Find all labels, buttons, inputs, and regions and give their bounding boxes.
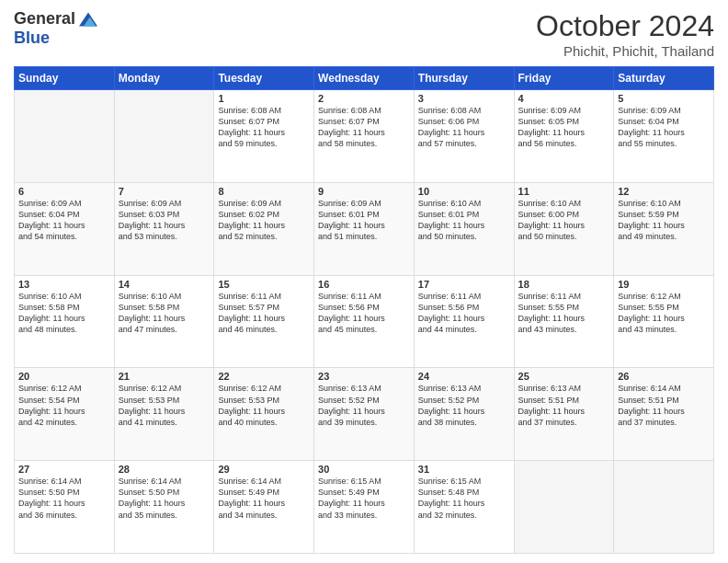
day-number: 21 xyxy=(119,371,210,382)
logo: General Blue xyxy=(14,9,97,48)
cell-content: Sunrise: 6:12 AMSunset: 5:53 PMDaylight:… xyxy=(218,383,310,428)
day-header-tuesday: Tuesday xyxy=(214,67,314,90)
day-number: 20 xyxy=(18,371,110,382)
cell-content: Sunrise: 6:15 AMSunset: 5:48 PMDaylight:… xyxy=(418,476,510,521)
calendar-header-row: SundayMondayTuesdayWednesdayThursdayFrid… xyxy=(15,67,714,90)
calendar-cell: 16Sunrise: 6:11 AMSunset: 5:56 PMDayligh… xyxy=(314,275,415,368)
day-header-friday: Friday xyxy=(514,67,614,90)
cell-content: Sunrise: 6:10 AMSunset: 6:00 PMDaylight:… xyxy=(518,198,610,243)
day-number: 4 xyxy=(518,93,610,104)
day-number: 30 xyxy=(318,464,410,475)
cell-content: Sunrise: 6:14 AMSunset: 5:50 PMDaylight:… xyxy=(18,476,110,521)
cell-content: Sunrise: 6:12 AMSunset: 5:53 PMDaylight:… xyxy=(119,383,210,428)
calendar-cell: 23Sunrise: 6:13 AMSunset: 5:52 PMDayligh… xyxy=(314,368,415,461)
day-header-wednesday: Wednesday xyxy=(314,67,415,90)
day-header-thursday: Thursday xyxy=(414,67,514,90)
logo-blue-text: Blue xyxy=(14,29,50,48)
calendar-cell: 8Sunrise: 6:09 AMSunset: 6:02 PMDaylight… xyxy=(214,182,314,275)
cell-content: Sunrise: 6:10 AMSunset: 5:58 PMDaylight:… xyxy=(119,291,210,336)
calendar-table: SundayMondayTuesdayWednesdayThursdayFrid… xyxy=(14,66,714,554)
calendar-cell: 9Sunrise: 6:09 AMSunset: 6:01 PMDaylight… xyxy=(314,182,415,275)
day-number: 26 xyxy=(618,371,710,382)
day-number: 9 xyxy=(318,186,410,197)
calendar-cell: 4Sunrise: 6:09 AMSunset: 6:05 PMDaylight… xyxy=(514,90,614,183)
cell-content: Sunrise: 6:14 AMSunset: 5:50 PMDaylight:… xyxy=(119,476,210,521)
day-number: 8 xyxy=(218,186,310,197)
day-number: 10 xyxy=(418,186,510,197)
day-number: 1 xyxy=(218,93,310,104)
day-number: 6 xyxy=(18,186,110,197)
calendar-cell: 3Sunrise: 6:08 AMSunset: 6:06 PMDaylight… xyxy=(414,90,514,183)
calendar-cell xyxy=(614,461,714,554)
calendar-cell xyxy=(114,90,214,183)
calendar-cell xyxy=(514,461,614,554)
calendar-week-2: 6Sunrise: 6:09 AMSunset: 6:04 PMDaylight… xyxy=(15,182,714,275)
cell-content: Sunrise: 6:11 AMSunset: 5:57 PMDaylight:… xyxy=(218,291,310,336)
calendar-week-1: 1Sunrise: 6:08 AMSunset: 6:07 PMDaylight… xyxy=(15,90,714,183)
cell-content: Sunrise: 6:08 AMSunset: 6:07 PMDaylight:… xyxy=(318,105,410,150)
day-header-saturday: Saturday xyxy=(614,67,714,90)
cell-content: Sunrise: 6:10 AMSunset: 5:58 PMDaylight:… xyxy=(18,291,110,336)
day-number: 27 xyxy=(18,464,110,475)
cell-content: Sunrise: 6:11 AMSunset: 5:56 PMDaylight:… xyxy=(418,291,510,336)
calendar-cell: 28Sunrise: 6:14 AMSunset: 5:50 PMDayligh… xyxy=(114,461,214,554)
calendar-cell: 18Sunrise: 6:11 AMSunset: 5:55 PMDayligh… xyxy=(514,275,614,368)
cell-content: Sunrise: 6:13 AMSunset: 5:52 PMDaylight:… xyxy=(418,383,510,428)
calendar-cell: 25Sunrise: 6:13 AMSunset: 5:51 PMDayligh… xyxy=(514,368,614,461)
cell-content: Sunrise: 6:13 AMSunset: 5:51 PMDaylight:… xyxy=(518,383,610,428)
calendar-cell: 10Sunrise: 6:10 AMSunset: 6:01 PMDayligh… xyxy=(414,182,514,275)
day-number: 23 xyxy=(318,371,410,382)
day-number: 16 xyxy=(318,279,410,290)
calendar-cell: 19Sunrise: 6:12 AMSunset: 5:55 PMDayligh… xyxy=(614,275,714,368)
day-number: 3 xyxy=(418,93,510,104)
day-number: 22 xyxy=(218,371,310,382)
calendar-cell: 14Sunrise: 6:10 AMSunset: 5:58 PMDayligh… xyxy=(114,275,214,368)
cell-content: Sunrise: 6:08 AMSunset: 6:07 PMDaylight:… xyxy=(218,105,310,150)
cell-content: Sunrise: 6:15 AMSunset: 5:49 PMDaylight:… xyxy=(318,476,410,521)
day-number: 24 xyxy=(418,371,510,382)
day-number: 13 xyxy=(18,279,110,290)
cell-content: Sunrise: 6:11 AMSunset: 5:55 PMDaylight:… xyxy=(518,291,610,336)
day-number: 17 xyxy=(418,279,510,290)
day-number: 28 xyxy=(119,464,210,475)
day-header-monday: Monday xyxy=(114,67,214,90)
cell-content: Sunrise: 6:14 AMSunset: 5:51 PMDaylight:… xyxy=(618,383,710,428)
cell-content: Sunrise: 6:13 AMSunset: 5:52 PMDaylight:… xyxy=(318,383,410,428)
day-number: 5 xyxy=(618,93,710,104)
day-number: 31 xyxy=(418,464,510,475)
calendar-cell: 31Sunrise: 6:15 AMSunset: 5:48 PMDayligh… xyxy=(414,461,514,554)
cell-content: Sunrise: 6:14 AMSunset: 5:49 PMDaylight:… xyxy=(218,476,310,521)
calendar-week-5: 27Sunrise: 6:14 AMSunset: 5:50 PMDayligh… xyxy=(15,461,714,554)
page: General Blue October 2024 Phichit, Phich… xyxy=(0,0,728,563)
day-number: 2 xyxy=(318,93,410,104)
calendar-cell: 6Sunrise: 6:09 AMSunset: 6:04 PMDaylight… xyxy=(15,182,115,275)
calendar-cell: 22Sunrise: 6:12 AMSunset: 5:53 PMDayligh… xyxy=(214,368,314,461)
day-number: 12 xyxy=(618,186,710,197)
cell-content: Sunrise: 6:10 AMSunset: 6:01 PMDaylight:… xyxy=(418,198,510,243)
title-block: October 2024 Phichit, Phichit, Thailand xyxy=(536,9,714,59)
cell-content: Sunrise: 6:09 AMSunset: 6:04 PMDaylight:… xyxy=(18,198,110,243)
calendar-cell: 21Sunrise: 6:12 AMSunset: 5:53 PMDayligh… xyxy=(114,368,214,461)
calendar-cell: 7Sunrise: 6:09 AMSunset: 6:03 PMDaylight… xyxy=(114,182,214,275)
calendar-cell: 2Sunrise: 6:08 AMSunset: 6:07 PMDaylight… xyxy=(314,90,415,183)
calendar-body: 1Sunrise: 6:08 AMSunset: 6:07 PMDaylight… xyxy=(15,90,714,554)
calendar-cell: 30Sunrise: 6:15 AMSunset: 5:49 PMDayligh… xyxy=(314,461,415,554)
calendar-week-3: 13Sunrise: 6:10 AMSunset: 5:58 PMDayligh… xyxy=(15,275,714,368)
cell-content: Sunrise: 6:08 AMSunset: 6:06 PMDaylight:… xyxy=(418,105,510,150)
calendar-week-4: 20Sunrise: 6:12 AMSunset: 5:54 PMDayligh… xyxy=(15,368,714,461)
header: General Blue October 2024 Phichit, Phich… xyxy=(14,9,714,59)
day-number: 19 xyxy=(618,279,710,290)
logo-general-text: General xyxy=(14,9,75,29)
day-header-sunday: Sunday xyxy=(15,67,115,90)
calendar-cell: 20Sunrise: 6:12 AMSunset: 5:54 PMDayligh… xyxy=(15,368,115,461)
calendar-cell: 29Sunrise: 6:14 AMSunset: 5:49 PMDayligh… xyxy=(214,461,314,554)
calendar-cell: 26Sunrise: 6:14 AMSunset: 5:51 PMDayligh… xyxy=(614,368,714,461)
calendar-cell: 11Sunrise: 6:10 AMSunset: 6:00 PMDayligh… xyxy=(514,182,614,275)
calendar-cell: 12Sunrise: 6:10 AMSunset: 5:59 PMDayligh… xyxy=(614,182,714,275)
calendar-cell: 24Sunrise: 6:13 AMSunset: 5:52 PMDayligh… xyxy=(414,368,514,461)
day-number: 7 xyxy=(119,186,210,197)
month-title: October 2024 xyxy=(536,9,714,43)
cell-content: Sunrise: 6:09 AMSunset: 6:01 PMDaylight:… xyxy=(318,198,410,243)
calendar-cell: 17Sunrise: 6:11 AMSunset: 5:56 PMDayligh… xyxy=(414,275,514,368)
calendar-cell: 5Sunrise: 6:09 AMSunset: 6:04 PMDaylight… xyxy=(614,90,714,183)
